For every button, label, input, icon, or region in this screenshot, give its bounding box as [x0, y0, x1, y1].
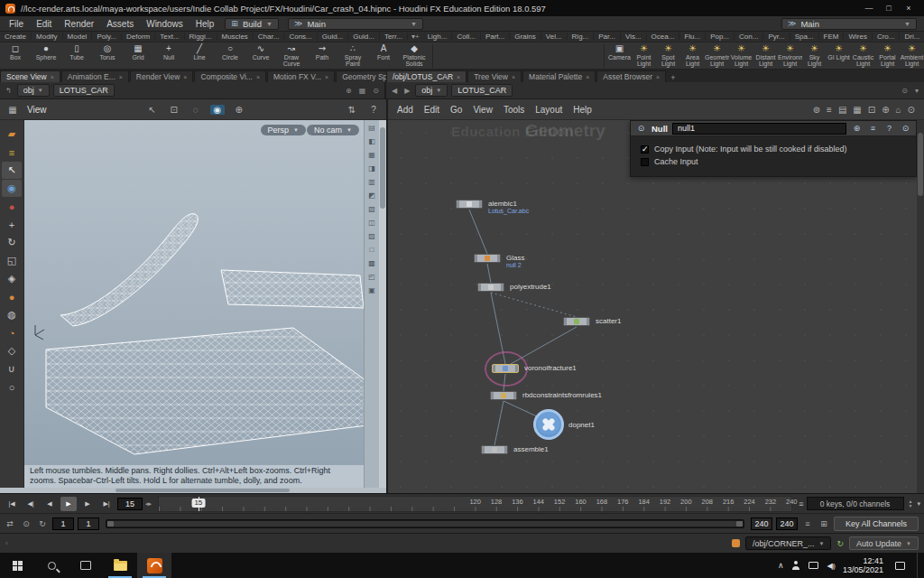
network-node[interactable]: alembic1 Lotus_Car.abc	[456, 200, 483, 209]
window-control-button[interactable]: □	[879, 4, 899, 13]
current-node-chip[interactable]: LOTUS_CAR	[53, 84, 115, 97]
toolbar-icon[interactable]: +	[2, 216, 22, 233]
shelf-tool[interactable]: ☀ Point Light	[632, 43, 656, 68]
pane-tab[interactable]: Scene View ×	[0, 70, 60, 82]
shelf-tab[interactable]: FEM	[819, 33, 845, 41]
checkbox[interactable]	[641, 145, 649, 154]
layout-icon[interactable]: ▦	[357, 87, 368, 95]
shelf-tab[interactable]: Muscles	[217, 33, 254, 41]
shelf-tool[interactable]: ☀ Ambient Light	[900, 43, 924, 68]
transport-button[interactable]: ▶|	[98, 497, 115, 511]
playbar-menu-icon[interactable]: ▾	[917, 500, 920, 508]
toolbar-icon[interactable]: ↖	[2, 162, 22, 179]
shelf-tab[interactable]: Create	[0, 33, 32, 41]
timeline-ruler[interactable]: 1201281361441521601681761841922002082162…	[158, 496, 792, 512]
shelf-tab[interactable]: Riggi...	[185, 33, 217, 41]
network-toolbar-icon[interactable]: ⊚	[813, 105, 820, 115]
transport-button[interactable]: ▶	[79, 497, 96, 511]
toolbar-icon[interactable]: ≡	[2, 144, 22, 161]
viewport-3d[interactable]: Persp ▼ No cam ▼ Left mouse tumbles. Mid…	[24, 120, 364, 488]
start-button[interactable]	[0, 553, 34, 578]
display-option-icon[interactable]: ▩	[368, 259, 375, 271]
viewport-layout-icon[interactable]: ▦	[5, 105, 20, 115]
close-tab-icon[interactable]: ×	[51, 74, 54, 80]
shelf-tab[interactable]: Text...	[155, 33, 184, 41]
shelf-tab[interactable]: Char...	[254, 33, 285, 41]
shelf-tab[interactable]: Model	[63, 33, 93, 41]
shelf-tab[interactable]: Terr...	[380, 33, 408, 41]
current-frame-field[interactable]: 15	[117, 498, 143, 510]
shelf-tab[interactable]: Part...	[481, 33, 510, 41]
network-menu-item[interactable]: View	[473, 105, 493, 115]
display-option-icon[interactable]: ▧	[368, 205, 375, 217]
network-toolbar-icon[interactable]: ⊕	[882, 105, 889, 115]
network-node[interactable]: scatter1	[563, 317, 590, 326]
checkbox[interactable]	[641, 158, 649, 166]
shelf-tool[interactable]: ☀ Distant Light	[753, 43, 778, 68]
network-vertical-scrollbar[interactable]	[917, 120, 924, 493]
playhead-frame-badge[interactable]: 15	[191, 499, 205, 508]
task-view-button[interactable]	[69, 553, 103, 578]
parameter-checkbox-row[interactable]: Cache Input	[631, 155, 916, 168]
toolbar-icon[interactable]: ◔	[2, 324, 22, 341]
shelf-tool[interactable]: ⇝ Path	[307, 43, 337, 68]
toolbar-icon[interactable]: ◱	[2, 252, 22, 269]
toolbar-icon[interactable]: ●	[2, 288, 22, 305]
network-node[interactable]: polyextrude1	[477, 283, 504, 292]
update-refresh-icon[interactable]: ↻	[836, 539, 844, 548]
shelf-tab-menu-icon[interactable]: ▾+	[408, 33, 423, 41]
shelf-tool[interactable]: ☀ GI Light	[827, 43, 851, 68]
playback-range-slider[interactable]	[106, 519, 744, 528]
menu-item[interactable]: Edit	[31, 19, 57, 29]
shelf-tab[interactable]: Vel...	[541, 33, 568, 41]
network-toolbar-icon[interactable]: ▤	[838, 105, 846, 115]
pane-tab[interactable]: Render View ×	[130, 70, 194, 82]
shelf-tab[interactable]: Grains	[510, 33, 541, 41]
menu-item[interactable]: Help	[190, 19, 220, 29]
tray-expand-icon[interactable]: ∧	[778, 561, 784, 570]
shelf-tool[interactable]: A Font	[368, 43, 399, 68]
keyframe-options-icon[interactable]: ≡	[801, 519, 814, 528]
view-menu[interactable]: View	[27, 105, 47, 115]
transport-button[interactable]: |◀	[4, 497, 20, 511]
jump-icon[interactable]: ↰	[4, 87, 14, 95]
shelf-tab[interactable]: Coll...	[452, 33, 480, 41]
shelf-tool[interactable]: ☀ Portal Light	[875, 43, 900, 68]
shelf-tab[interactable]: Deform	[122, 33, 155, 41]
menu-item[interactable]: Windows	[141, 19, 189, 29]
shelf-tool[interactable]: ☀ Sky Light	[802, 43, 827, 68]
shelf-tab[interactable]: Flu...	[679, 33, 706, 41]
show-desktop-button[interactable]	[917, 553, 920, 578]
sort-icon[interactable]: ⇅	[345, 105, 359, 115]
display-option-icon[interactable]: □	[370, 246, 374, 257]
shelf-tool[interactable]: ○ Circle	[215, 43, 245, 68]
search-button[interactable]	[34, 553, 69, 578]
network-menu-item[interactable]: Edit	[424, 105, 439, 115]
shelf-tool[interactable]: ☀ Environment Light	[778, 43, 802, 68]
shelf-tool[interactable]: ▦ Grid	[123, 43, 153, 68]
shelf-tool[interactable]: ▣ Camera	[607, 43, 632, 68]
pane-tab[interactable]: Composite Vi... ×	[194, 70, 266, 82]
close-tab-icon[interactable]: ×	[512, 74, 515, 80]
viewport-tool-icon[interactable]: ◌	[189, 105, 203, 115]
taskbar-clock[interactable]: 12:41 13/05/2021	[843, 556, 883, 574]
pane-tab[interactable]: Material Palette ×	[522, 70, 596, 82]
network-node[interactable]: voronoifracture1	[492, 364, 519, 373]
close-tab-icon[interactable]: ×	[256, 74, 260, 80]
viewport-tool-icon[interactable]: ◉	[210, 105, 225, 115]
display-option-icon[interactable]: ◰	[368, 273, 375, 284]
camera-selector[interactable]: No cam ▼	[307, 125, 359, 135]
network-toolbar-icon[interactable]: ⌂	[896, 105, 901, 115]
transport-button[interactable]: ◀|	[23, 497, 39, 511]
parameter-header-icon[interactable]: ⊛	[851, 124, 863, 133]
shelf-tool[interactable]: ∴ Spray Paint	[337, 43, 368, 68]
shelf-tab[interactable]: Ligh...	[423, 33, 453, 41]
shelf-tab[interactable]: Par...	[594, 33, 621, 41]
shelf-tool[interactable]: ◻ Box	[0, 43, 31, 68]
root-context-chip[interactable]: obj ▼	[17, 84, 50, 97]
desktop-build-combo[interactable]: ⊞ Build ▼	[225, 18, 279, 30]
display-option-icon[interactable]: ▦	[368, 151, 375, 163]
display-option-icon[interactable]: ▤	[368, 124, 375, 135]
network-node-circle[interactable]: dopnet1	[533, 409, 564, 440]
display-option-icon[interactable]: ◧	[368, 137, 375, 149]
